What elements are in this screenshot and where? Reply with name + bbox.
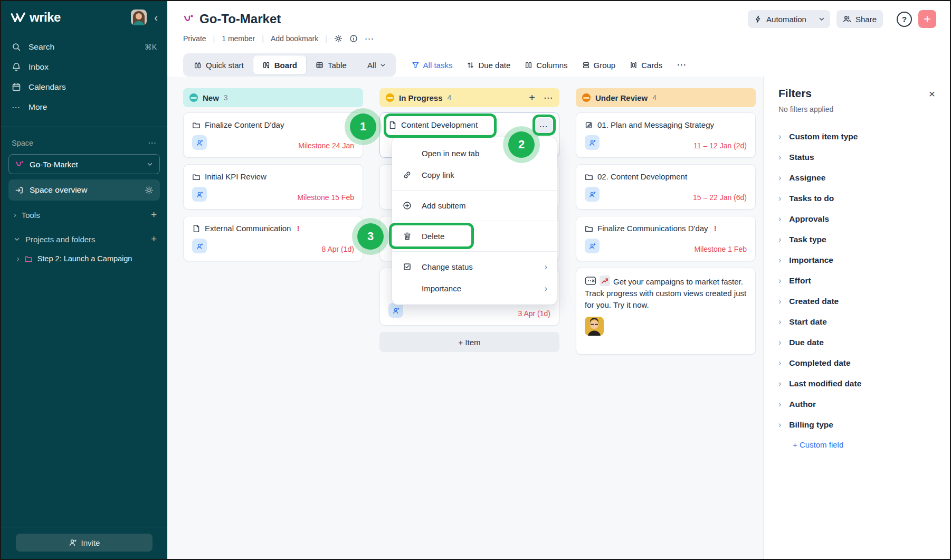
assignee-add-badge[interactable] — [192, 187, 207, 202]
more-dots-icon[interactable]: ⋯ — [365, 33, 374, 44]
view-all-dropdown[interactable]: All — [359, 61, 394, 70]
sidebar-item-project[interactable]: › Step 2: Launch a Campaign — [1, 249, 167, 268]
title-row: Go-To-Market Automation Share — [183, 8, 936, 30]
menu-divider — [392, 251, 557, 252]
privacy-label[interactable]: Private — [183, 34, 206, 43]
chevron-right-icon: › — [778, 235, 781, 244]
menu-item-copy-link[interactable]: Copy link — [392, 164, 557, 186]
assignee-add-badge[interactable] — [585, 135, 600, 150]
filter-item-approvals[interactable]: ›Approvals — [778, 208, 935, 229]
add-item-button[interactable]: + Item — [379, 332, 559, 352]
members-label[interactable]: 1 member — [222, 34, 255, 43]
task-card[interactable]: Finalize Communications D'day ! Mileston… — [576, 216, 756, 261]
help-button[interactable]: ? — [897, 12, 912, 27]
more-dots-icon: ⋯ — [12, 102, 21, 112]
column-header-new[interactable]: New 3 — [183, 88, 363, 107]
all-label: All — [367, 61, 376, 70]
assignee-add-badge[interactable] — [585, 239, 600, 253]
filter-item-task-type[interactable]: ›Task type — [778, 229, 935, 250]
more-dots-icon[interactable]: ⋯ — [677, 59, 687, 71]
sidebar-item-more[interactable]: ⋯ More — [1, 97, 167, 117]
filter-item-last-modified-date[interactable]: ›Last modified date — [778, 373, 935, 394]
assignee-add-badge[interactable] — [388, 303, 403, 318]
menu-item-change-status[interactable]: Change status › — [392, 256, 557, 278]
add-bookmark-link[interactable]: Add bookmark — [271, 34, 318, 43]
column-header-in-progress[interactable]: In Progress 4 + ⋯ — [379, 88, 559, 107]
column-count: 3 — [224, 93, 228, 102]
column-header-under-review[interactable]: Under Review 4 — [576, 88, 756, 107]
folder-icon — [585, 224, 593, 233]
filter-item-start-date[interactable]: ›Start date — [778, 311, 935, 332]
filter-all-tasks[interactable]: All tasks — [412, 61, 453, 70]
space-more-icon[interactable]: ⋯ — [148, 138, 157, 148]
space-overview-icon — [15, 186, 24, 195]
sort-due-date[interactable]: Due date — [467, 61, 510, 70]
filter-item-tasks-to-do[interactable]: ›Tasks to do — [778, 188, 935, 208]
sidebar-item-projects-folders[interactable]: Projects and folders + — [1, 229, 167, 249]
filter-item-completed-date[interactable]: ›Completed date — [778, 353, 935, 373]
assignee-add-badge[interactable] — [192, 135, 207, 150]
tab-label: Table — [328, 61, 347, 70]
filter-item-due-date[interactable]: ›Due date — [778, 332, 935, 353]
assignee-add-badge[interactable] — [585, 187, 600, 202]
add-tool-icon[interactable]: + — [151, 209, 157, 221]
automation-dropdown[interactable] — [813, 16, 830, 22]
chevron-right-icon: › — [778, 317, 781, 327]
sidebar-item-calendars[interactable]: Calendars — [1, 77, 167, 97]
cards-control[interactable]: Cards — [630, 61, 662, 70]
task-card[interactable]: External Communication ! 8 Apr (1d) — [183, 216, 363, 261]
filter-item-author[interactable]: ›Author — [778, 394, 935, 414]
columns-control[interactable]: Columns — [525, 61, 567, 70]
filters-subtitle: No filters applied — [778, 105, 935, 113]
space-selector[interactable]: Go-To-Market — [8, 154, 160, 174]
tab-table[interactable]: Table — [307, 55, 356, 75]
promo-card[interactable]: Get your campaigns to market faster. Tra… — [576, 268, 756, 355]
gear-icon[interactable] — [145, 186, 154, 195]
tab-board[interactable]: Board — [253, 55, 307, 75]
sidebar-collapse-icon[interactable]: ‹ — [154, 12, 158, 23]
filter-item-assignee[interactable]: ›Assignee — [778, 167, 935, 188]
filter-item-custom-item-type[interactable]: ›Custom item type — [778, 126, 935, 147]
sidebar: wrike ‹ Search ⌘K Inbox Calendars ⋯ — [1, 1, 167, 559]
view-tabs: Quick start Board Table All — [183, 53, 396, 77]
column-menu-icon[interactable]: ⋯ — [544, 92, 553, 103]
user-avatar[interactable] — [131, 10, 147, 25]
task-card[interactable]: 02. Content Development 15 – 22 Jan (6d) — [576, 164, 756, 210]
wrike-logo[interactable]: wrike — [11, 10, 61, 25]
automation-button[interactable]: Automation — [748, 10, 830, 28]
menu-item-add-subitem[interactable]: Add subitem — [392, 195, 557, 216]
add-project-icon[interactable]: + — [151, 233, 157, 245]
filter-item-status[interactable]: ›Status — [778, 147, 935, 167]
add-custom-field-link[interactable]: + Custom field — [778, 440, 935, 449]
task-card[interactable]: Finalize Content D'day Milestone 24 Jan — [183, 112, 363, 158]
sidebar-item-space-overview[interactable]: Space overview — [8, 179, 160, 201]
lightning-icon — [754, 15, 762, 23]
task-card[interactable]: Initial KPI Review Milestone 15 Feb — [183, 164, 363, 210]
create-new-button[interactable]: + — [918, 10, 936, 28]
sidebar-item-inbox[interactable]: Inbox — [1, 57, 167, 77]
close-icon[interactable]: × — [929, 88, 935, 99]
filter-item-effort[interactable]: ›Effort — [778, 270, 935, 291]
task-card[interactable]: 01. Plan and Messaging Strategy 11 – 12 … — [576, 112, 756, 158]
automation-main[interactable]: Automation — [748, 15, 813, 24]
add-task-icon[interactable]: + — [529, 92, 535, 104]
sidebar-item-tools[interactable]: › Tools + — [1, 205, 167, 225]
step-badge-2: 2 — [508, 131, 535, 158]
group-control[interactable]: Group — [582, 61, 616, 70]
filter-item-created-date[interactable]: ›Created date — [778, 291, 935, 311]
wrike-logo-icon — [11, 12, 25, 23]
menu-item-importance[interactable]: Importance › — [392, 278, 557, 299]
filter-item-importance[interactable]: ›Importance — [778, 250, 935, 270]
invite-button[interactable]: Invite — [16, 534, 153, 552]
chevron-right-icon: › — [778, 255, 781, 265]
assignee-add-badge[interactable] — [192, 239, 207, 253]
share-button[interactable]: Share — [836, 10, 883, 28]
info-icon[interactable] — [349, 34, 358, 43]
table-icon — [316, 61, 324, 69]
card-title-text: Finalize Communications D'day — [597, 224, 708, 234]
sidebar-item-search[interactable]: Search ⌘K — [1, 37, 167, 57]
filter-item-billing-type[interactable]: ›Billing type — [778, 414, 935, 435]
gear-icon[interactable] — [334, 34, 343, 43]
card-date: Milestone 24 Jan — [298, 141, 354, 150]
tab-quick-start[interactable]: Quick start — [185, 55, 253, 75]
